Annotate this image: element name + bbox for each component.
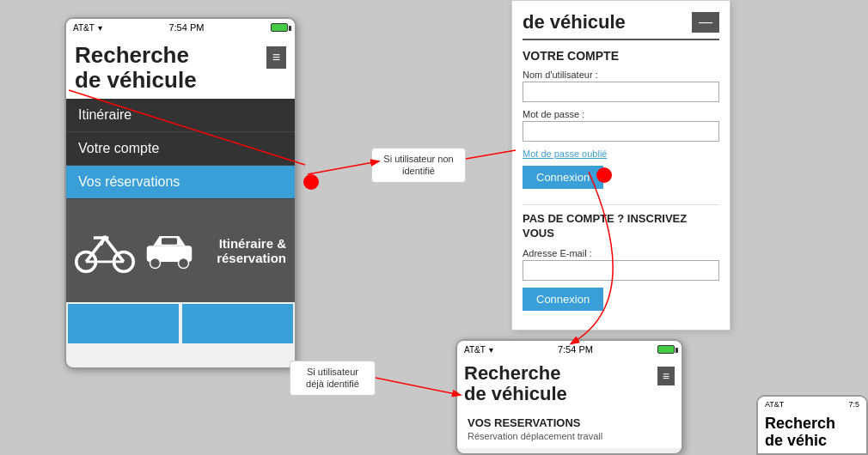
username-input[interactable]: [523, 82, 719, 102]
phone-right-partial: AT&T 7:5 Recherch de véhic: [756, 395, 868, 455]
reservations-subtitle: Réservation déplacement travail: [468, 431, 671, 441]
nav-item-reservations[interactable]: Vos réservations: [66, 166, 295, 199]
phone-content-dark: Itinéraire & réservation: [66, 199, 295, 302]
status-bar-bottom: AT&T ▾ 7:54 PM: [457, 341, 682, 358]
nav-menu-left: Itinéraire Votre compte Vos réservations: [66, 99, 295, 199]
forgot-link[interactable]: Mot de passe oublié: [523, 149, 719, 159]
hamburger-btn-bottom[interactable]: ≡: [657, 367, 675, 385]
carrier-bottom: AT&T: [464, 345, 486, 355]
username-label: Nom d'utilisateur :: [523, 70, 719, 80]
password-label: Mot de passe :: [523, 109, 719, 119]
svg-point-10: [179, 258, 189, 269]
carrier-right: AT&T: [765, 400, 784, 409]
button-blue-right[interactable]: [182, 304, 293, 343]
carrier-left: AT&T: [73, 23, 95, 33]
red-dot-left: [303, 174, 319, 190]
svg-point-9: [150, 258, 161, 269]
hamburger-btn-left[interactable]: ≡: [266, 46, 286, 69]
battery-icon-left: [271, 23, 288, 32]
time-bottom: 7:54 PM: [558, 344, 593, 355]
login-panel-title: de véhicule —: [523, 11, 719, 40]
phone-buttons: [66, 302, 295, 345]
annotation-deja-identifie: Si utilisateur déjà identifié: [290, 361, 376, 396]
phone-left: AT&T ▾ 7:54 PM Recherche de véhicule ≡ I…: [64, 17, 296, 369]
phone-header-bottom: Recherche de véhicule ≡: [457, 358, 682, 410]
svg-line-14: [376, 378, 460, 395]
status-bar-right: AT&T 7:5: [758, 397, 866, 412]
phone-bottom: AT&T ▾ 7:54 PM Recherche de véhicule ≡ V…: [455, 339, 683, 455]
account-section-title: VOTRE COMPTE: [523, 49, 719, 63]
phone-title-bottom: Recherche de véhicule: [464, 363, 567, 404]
wifi-icon-bottom: ▾: [489, 345, 493, 355]
bike-icon: [75, 219, 135, 282]
minimize-btn[interactable]: —: [692, 12, 719, 33]
red-dot-connexion: [596, 167, 612, 183]
content-text: Itinéraire & réservation: [204, 236, 286, 265]
time-left: 7:54 PM: [168, 22, 204, 33]
phone-right-partial-header: Recherch de véhic: [758, 412, 866, 453]
phone-title-left: Recherche de véhicule: [75, 43, 197, 92]
reservations-title: VOS RESERVATIONS: [468, 416, 671, 429]
svg-rect-11: [162, 238, 177, 245]
connexion-btn-login[interactable]: Connexion: [523, 166, 603, 189]
car-icon: [144, 228, 195, 274]
email-label: Adresse E-mail :: [523, 248, 719, 258]
status-left: AT&T ▾: [73, 23, 102, 33]
annotation-non-identifie: Si utilisateur non identifié: [371, 148, 466, 183]
divider: [523, 204, 719, 205]
status-bar-left: AT&T ▾ 7:54 PM: [66, 19, 295, 36]
register-section-title: PAS DE COMPTE ? INSCRIVEZ VOUS: [523, 212, 719, 241]
password-input[interactable]: [523, 121, 719, 142]
svg-line-13: [466, 150, 516, 159]
connexion-btn-register[interactable]: Connexion: [523, 288, 603, 311]
phone-header-left: Recherche de véhicule ≡: [66, 36, 295, 99]
email-input[interactable]: [523, 260, 719, 281]
wifi-icon: ▾: [98, 23, 102, 33]
battery-icon-bottom: [657, 345, 675, 354]
reservations-content: VOS RESERVATIONS Réservation déplacement…: [457, 410, 682, 448]
svg-line-12: [308, 161, 378, 174]
button-blue-left[interactable]: [68, 304, 179, 343]
svg-point-7: [102, 235, 107, 240]
nav-item-itineraire[interactable]: Itinéraire: [66, 99, 295, 132]
nav-item-compte[interactable]: Votre compte: [66, 132, 295, 166]
time-right: 7:5: [848, 400, 859, 409]
login-panel: de véhicule — VOTRE COMPTE Nom d'utilisa…: [511, 0, 730, 331]
